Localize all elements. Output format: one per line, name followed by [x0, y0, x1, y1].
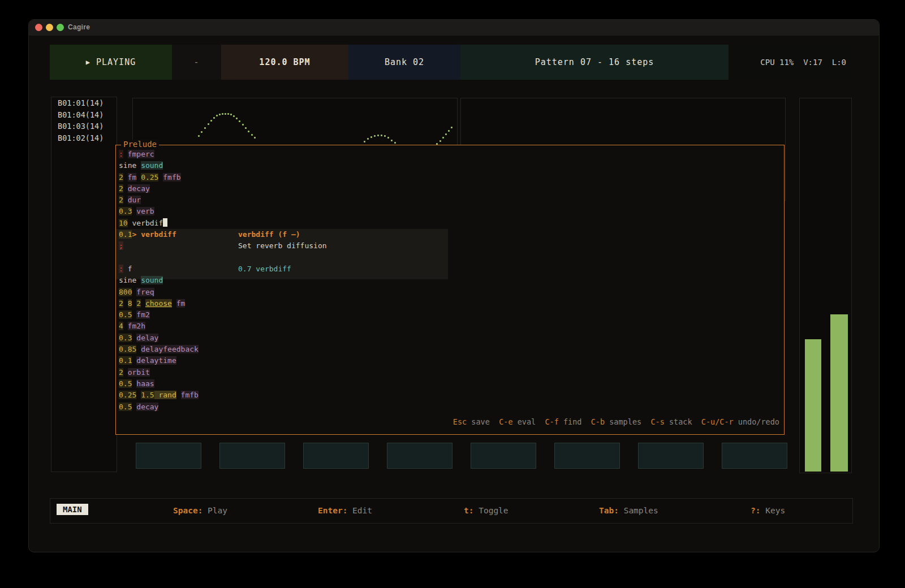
- editor-shortcut-label: eval: [513, 417, 545, 426]
- statusbar-shortcut-key: Enter:: [318, 506, 347, 515]
- code-token: 0.5: [119, 379, 132, 388]
- statusbar-shortcut-label: Toggle: [473, 506, 508, 515]
- autocomplete-doc-line: Set reverb diffusion: [238, 240, 327, 252]
- waveform-dot: [213, 117, 215, 119]
- code-area[interactable]: : fmpercsine sound2 fm 0.25 fmfb2 decay2…: [119, 149, 782, 412]
- cpu-stats: CPU 11% V:17 L:0: [729, 45, 853, 80]
- code-token: [123, 368, 128, 377]
- statusbar-shortcut-key: Space:: [173, 506, 202, 515]
- pattern-list-panel: B01:01(14)B01:04(14)B01:03(14)B01:02(14): [51, 97, 117, 472]
- code-token: 0.3: [119, 334, 132, 342]
- code-editor[interactable]: Prelude : fmpercsine sound2 fm 0.25 fmfb…: [115, 145, 785, 435]
- waveform-dot: [239, 120, 240, 122]
- statusbar-shortcut: ?: Keys: [751, 506, 785, 515]
- transport-status[interactable]: ▶PLAYING: [50, 45, 172, 80]
- waveform-dot: [451, 127, 453, 128]
- waveform-dot: [445, 133, 447, 135]
- code-token: [123, 150, 128, 158]
- code-token: fmperc: [128, 150, 154, 158]
- editor-shortcut-label: stack: [665, 417, 701, 426]
- dash-label: -: [193, 57, 199, 67]
- waveform-dot: [210, 120, 212, 122]
- waveform-dot: [442, 137, 444, 139]
- waveform-dot: [377, 135, 379, 136]
- waveform-dot: [245, 127, 247, 129]
- waveform-dot: [381, 135, 382, 136]
- code-token: 0.1: [119, 230, 132, 239]
- waveform-dot: [251, 134, 253, 136]
- autocomplete-doc-line: 0.7 verbdiff: [238, 263, 291, 275]
- bpm-value: 120.0 BPM: [259, 57, 310, 67]
- waveform-dot: [227, 113, 229, 115]
- code-token: decay: [128, 184, 150, 193]
- code-token: 0.25: [141, 173, 158, 181]
- desktop: Cagire ▶PLAYING - 120.0 BPM Bank 02 Patt…: [0, 0, 905, 588]
- window-title: Cagire: [68, 23, 90, 31]
- code-token: ;: [119, 241, 123, 250]
- code-token: fmfb: [163, 173, 180, 181]
- sample-slot[interactable]: [303, 443, 369, 469]
- editor-shortcut-label: undo/redo: [734, 417, 779, 426]
- close-icon[interactable]: [35, 24, 42, 31]
- sample-slot[interactable]: [136, 443, 201, 469]
- code-token: freq: [136, 288, 154, 296]
- waveform-dot: [230, 114, 232, 115]
- bank-display[interactable]: Bank 02: [348, 45, 460, 80]
- transport-spacer: -: [172, 45, 221, 80]
- code-token: [123, 173, 128, 181]
- code-token: [141, 299, 145, 308]
- code-token: sine: [119, 276, 136, 284]
- waveform-dot: [233, 115, 235, 117]
- sample-slot[interactable]: [219, 443, 285, 469]
- code-token: 0.5: [119, 310, 132, 319]
- sample-slot[interactable]: [554, 443, 620, 469]
- code-token: sound: [141, 276, 163, 284]
- code-line: : f: [119, 263, 782, 275]
- editor-shortcut-label: samples: [605, 417, 650, 426]
- sample-slot[interactable]: [471, 443, 536, 469]
- pattern-list-item[interactable]: B01:03(14): [51, 120, 117, 132]
- waveform-dot: [242, 124, 244, 126]
- code-token: 2: [119, 184, 123, 193]
- level-meter-panel: [799, 98, 852, 473]
- editor-shortcut-key: C-e: [499, 417, 512, 426]
- pattern-list-item[interactable]: B01:04(14): [51, 109, 117, 121]
- pattern-display[interactable]: Pattern 07 - 16 steps: [460, 45, 729, 80]
- code-token: choose: [145, 299, 172, 308]
- code-line: 2 8 2 choose fm: [119, 298, 782, 309]
- transport-label: PLAYING: [96, 57, 136, 67]
- code-line: 10 verbdif: [119, 218, 782, 229]
- maximize-icon[interactable]: [57, 24, 64, 31]
- code-token: fm: [128, 173, 137, 181]
- code-token: 0.3: [119, 207, 132, 215]
- code-line: 0.5 haas: [119, 378, 782, 390]
- sample-slot[interactable]: [638, 443, 704, 469]
- minimize-icon[interactable]: [46, 24, 53, 31]
- waveform-dot: [254, 137, 256, 139]
- code-token: [123, 299, 128, 308]
- code-token: [123, 196, 128, 204]
- sample-slot[interactable]: [387, 443, 453, 469]
- waveform-dot: [391, 140, 393, 141]
- code-line: 2 dur: [119, 194, 782, 206]
- statusbar-shortcut-label: Samples: [619, 506, 658, 515]
- autocomplete-doc-line: verbdiff (f —): [238, 229, 300, 240]
- pattern-list-item[interactable]: B01:02(14): [51, 132, 117, 144]
- code-line: sine sound: [119, 275, 782, 286]
- code-token: 2: [119, 173, 123, 181]
- waveform-dot: [367, 138, 369, 140]
- code-line: 0.1> verbdiff: [119, 229, 782, 240]
- code-token: [123, 322, 128, 330]
- code-token: fm: [176, 299, 186, 308]
- pattern-list-item[interactable]: B01:01(14): [51, 97, 117, 109]
- statusbar-shortcut-key: t:: [464, 506, 473, 515]
- sample-slot[interactable]: [722, 443, 787, 469]
- statusbar-shortcut: Enter: Edit: [318, 506, 372, 515]
- code-token: [123, 184, 128, 193]
- code-token: [172, 299, 176, 308]
- title-bar: Cagire: [29, 20, 879, 36]
- code-token: verbdiff: [141, 230, 176, 239]
- bpm-display[interactable]: 120.0 BPM: [221, 45, 348, 80]
- code-token: 0.5: [119, 403, 132, 411]
- level-meter-bar: [805, 339, 821, 472]
